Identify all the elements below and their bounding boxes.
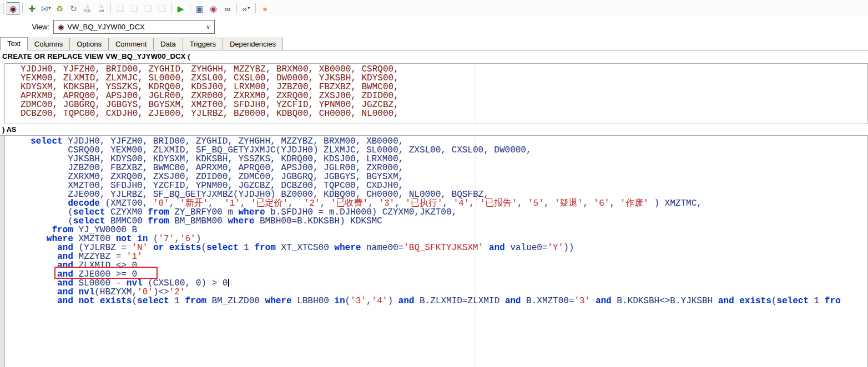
view-selector-row: View: ◉ VW_BQ_YJYW00_DCX ∨ (0, 19, 215, 34)
refresh-icon[interactable]: ↻ (67, 2, 80, 15)
sql-line: ZJE000, YJLRBZ, SF_BQ_GETYJXMBZ(YJDJH0) … (31, 190, 867, 199)
view-label: View: (0, 23, 53, 31)
columns-text: YJDJH0, YJFZH0, BRID00, ZYGHID, ZYHGHH, … (5, 64, 867, 118)
sql-line: and not exists(select 1 from BM_ZLZD00 w… (31, 297, 867, 305)
sql-line: where XMZT00 not in ('7','6') (31, 235, 867, 243)
window-action-icon-1: ❏ (114, 2, 127, 15)
create-view-header: CREATE OR REPLACE VIEW VW_BQ_YJYW00_DCX … (2, 52, 190, 60)
toolbar-grip[interactable] (2, 3, 4, 14)
toolbar-separator (255, 3, 256, 13)
toolbar-separator (236, 3, 237, 13)
sql-line: YJKSBH, KDYS00, KDYSXM, KDKSBH, YSSZKS, … (31, 155, 867, 164)
sql-code: select YJDJH0, YJFZH0, BRID00, ZYGHID, Z… (5, 136, 867, 305)
sql-line: and nvl(HBZYXM,'0')<>'2' (31, 288, 867, 297)
sql-line: (select BMMC00 from BM_BMBM00 where BMBH… (31, 217, 867, 226)
toolbar-separator (171, 3, 171, 13)
text-cursor (228, 279, 229, 287)
sql-line: XMZT00, SFDJH0, YZCFID, YPNM00, JGZCBZ, … (31, 181, 867, 190)
window-list-icon[interactable]: »▾ (240, 2, 253, 15)
add-item-icon[interactable]: ✚ (26, 2, 38, 15)
find-binoculars-icon[interactable]: ∞ (221, 2, 234, 15)
tab-bar: TextColumnsOptionsCommentDataTriggersDep… (0, 37, 868, 50)
tab-options[interactable]: Options (70, 38, 109, 50)
sql-line: and (YJLRBZ = 'N' or exists(select 1 fro… (31, 243, 867, 252)
tab-text[interactable]: Text (0, 37, 28, 50)
sql-line: and SL0000 - nvl (CXSL00, 0) > 0 (31, 279, 867, 288)
sql-line: ZXRXM0, ZXRQ00, ZXSJ00, ZDID00, ZDMC00, … (31, 172, 867, 181)
editor-left-strip (0, 135, 4, 367)
sql-line: from YJ_YW0000 B (31, 226, 867, 235)
columns-editor[interactable]: YJDJH0, YJFZH0, BRID00, ZYGHID, ZYHGHH, … (4, 63, 868, 124)
window-action-icon-3: ❏ (142, 2, 154, 15)
help-icon[interactable]: ● (259, 2, 271, 15)
tab-columns[interactable]: Columns (28, 38, 70, 50)
linked-spheres-icon[interactable]: ◉ (207, 2, 220, 15)
view-sql-icon[interactable]: ≈SQL (81, 2, 94, 15)
recycle-icon[interactable]: ♻ (53, 2, 66, 15)
red-highlight-rectangle (54, 267, 158, 279)
toolbar: ◉✚✉▾♻↻≈SQL≈ddl❏❏❏❏▶▣◉∞»▾● (0, 0, 868, 17)
sql-line: CSRQ00, YEXM00, ZLXMID, SF_BQ_GETYJXMJC(… (31, 146, 867, 155)
view-combobox[interactable]: ◉ VW_BQ_YJYW00_DCX ∨ (53, 20, 215, 34)
sql-line: JZBZ00, FBZXBZ, BWMC00, APRXM0, APRQ00, … (31, 164, 867, 172)
tab-data[interactable]: Data (154, 38, 183, 50)
sql-line: and MZZYBZ = '1' (31, 252, 867, 261)
view-combobox-value: VW_BQ_YJYW00_DCX (67, 23, 144, 31)
send-mail-icon[interactable]: ✉▾ (39, 2, 52, 15)
toolbar-separator (190, 3, 190, 13)
sql-line: select YJDJH0, YJFZH0, BRID00, ZYGHID, Z… (31, 137, 867, 146)
sql-line: (select CZYXM0 from ZY_BRFY00 m where b.… (31, 208, 867, 217)
chevron-down-icon[interactable]: ∨ (206, 23, 210, 30)
view-object-icon[interactable]: ◉ (7, 2, 19, 15)
window-action-icon-4: ❏ (155, 2, 168, 15)
view-ddl-icon[interactable]: ≈ddl (95, 2, 108, 15)
tab-dependencies[interactable]: Dependencies (223, 38, 283, 50)
toolbar-separator (110, 3, 111, 13)
as-line: ) AS (2, 125, 17, 134)
open-window-icon[interactable]: ▣ (193, 2, 206, 15)
sql-editor[interactable]: select YJDJH0, YJFZH0, BRID00, ZYGHID, Z… (4, 135, 868, 367)
execute-icon[interactable]: ▶ (174, 2, 187, 15)
view-eye-icon: ◉ (58, 23, 64, 31)
tab-triggers[interactable]: Triggers (183, 38, 223, 50)
toolbar-separator (22, 3, 23, 13)
tab-comment[interactable]: Comment (109, 38, 154, 50)
window-action-icon-2: ❏ (128, 2, 140, 15)
sql-line: decode (XMZT00, '0', '新开', '1', '已定价', '… (31, 199, 867, 208)
